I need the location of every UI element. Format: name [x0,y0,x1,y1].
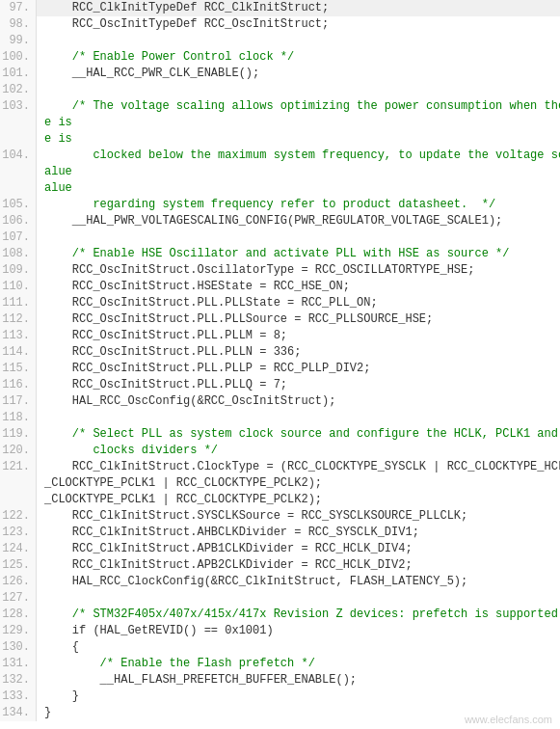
table-row: 126. HAL_RCC_ClockConfig(&RCC_ClkInitStr… [0,574,560,590]
line-number: 128. [0,607,37,623]
table-row: 100. /* Enable Power Control clock */ [0,49,560,66]
table-row: 105. regarding system frequency refer to… [0,197,560,213]
line-content: clocks dividers */ [37,443,560,459]
line-number: 129. [0,623,37,639]
line-content: regarding system frequency refer to prod… [37,197,560,213]
line-content: RCC_OscInitStruct.PLL.PLLQ = 7; [37,377,560,393]
table-row: 123. RCC_ClkInitStruct.AHBCLKDivider = R… [0,525,560,541]
watermark: www.elecfans.com [465,714,552,725]
table-row: 129. if (HAL_GetREVID() == 0x1001) [0,623,560,639]
table-row: 107. [0,230,560,246]
table-row: _CLOCKTYPE_PCLK1 | RCC_CLOCKTYPE_PCLK2); [0,475,560,492]
table-row: 103. /* The voltage scaling allows optim… [0,98,560,115]
table-row: 122. RCC_ClkInitStruct.SYSCLKSource = RC… [0,508,560,525]
line-number: 123. [0,525,37,541]
line-content: RCC_OscInitStruct.HSEState = RCC_HSE_ON; [37,279,560,295]
table-row: 99. [0,33,560,49]
line-content: RCC_ClkInitStruct.SYSCLKSource = RCC_SYS… [37,508,560,525]
table-row: 113. RCC_OscInitStruct.PLL.PLLM = 8; [0,328,560,344]
line-content: RCC_ClkInitStruct.AHBCLKDivider = RCC_SY… [37,525,560,541]
line-content: if (HAL_GetREVID() == 0x1001) [37,623,560,639]
line-number [0,475,37,492]
table-row: 106. __HAL_PWR_VOLTAGESCALING_CONFIG(PWR… [0,213,560,230]
table-row: 114. RCC_OscInitStruct.PLL.PLLN = 336; [0,344,560,361]
table-row: 127. [0,590,560,607]
table-row: 110. RCC_OscInitStruct.HSEState = RCC_HS… [0,279,560,295]
line-number: 101. [0,66,37,82]
table-row: 116. RCC_OscInitStruct.PLL.PLLQ = 7; [0,377,560,393]
line-number: 122. [0,508,37,525]
table-row: 125. RCC_ClkInitStruct.APB2CLKDivider = … [0,557,560,574]
table-row: alue [0,164,560,180]
line-number [0,164,37,180]
line-number: 124. [0,541,37,557]
line-content [37,590,560,607]
line-content: e is [37,131,560,148]
line-number: 116. [0,377,37,393]
line-content: e is [37,115,560,131]
line-content: RCC_ClkInitStruct.APB2CLKDivider = RCC_H… [37,557,560,574]
line-number: 103. [0,98,37,115]
line-number: 105. [0,197,37,213]
table-row: _CLOCKTYPE_PCLK1 | RCC_CLOCKTYPE_PCLK2); [0,492,560,508]
line-content: /* STM32F405x/407x/415x/417x Revision Z … [37,607,560,623]
table-row: 98. RCC_OscInitTypeDef RCC_OscInitStruct… [0,16,560,33]
line-number [0,131,37,148]
table-row: 104. clocked below the maximum system fr… [0,148,560,164]
line-content [37,410,560,426]
line-number: 133. [0,688,37,705]
table-row: 97. RCC_ClkInitTypeDef RCC_ClkInitStruct… [0,0,560,16]
line-number: 125. [0,557,37,574]
line-number: 130. [0,639,37,656]
line-number [0,180,37,197]
table-row: e is [0,131,560,148]
table-row: 109. RCC_OscInitStruct.OscillatorType = … [0,262,560,279]
table-row: 111. RCC_OscInitStruct.PLL.PLLState = RC… [0,295,560,311]
line-content: HAL_RCC_ClockConfig(&RCC_ClkInitStruct, … [37,574,560,590]
line-content: RCC_OscInitStruct.PLL.PLLP = RCC_PLLP_DI… [37,361,560,377]
line-content: /* Enable Power Control clock */ [37,49,560,66]
line-number: 109. [0,262,37,279]
table-row: 124. RCC_ClkInitStruct.APB1CLKDivider = … [0,541,560,557]
line-number: 134. [0,705,37,721]
table-row: 112. RCC_OscInitStruct.PLL.PLLSource = R… [0,311,560,328]
line-number: 99. [0,33,37,49]
table-row: 115. RCC_OscInitStruct.PLL.PLLP = RCC_PL… [0,361,560,377]
line-content: RCC_ClkInitStruct.APB1CLKDivider = RCC_H… [37,541,560,557]
table-row: 108. /* Enable HSE Oscillator and activa… [0,246,560,262]
line-content: /* Enable HSE Oscillator and activate PL… [37,246,560,262]
line-content: alue [37,180,560,197]
line-number: 132. [0,672,37,688]
line-content: __HAL_FLASH_PREFETCH_BUFFER_ENABLE(); [37,672,560,688]
line-number: 106. [0,213,37,230]
line-number: 97. [0,0,37,16]
line-content: { [37,639,560,656]
line-number: 104. [0,148,37,164]
table-row: 120. clocks dividers */ [0,443,560,459]
code-editor: 97. RCC_ClkInitTypeDef RCC_ClkInitStruct… [0,0,560,729]
line-content: RCC_OscInitStruct.PLL.PLLState = RCC_PLL… [37,295,560,311]
line-content [37,230,560,246]
line-number [0,115,37,131]
line-number: 110. [0,279,37,295]
table-row: 128. /* STM32F405x/407x/415x/417x Revisi… [0,607,560,623]
line-number [0,492,37,508]
line-content: _CLOCKTYPE_PCLK1 | RCC_CLOCKTYPE_PCLK2); [37,475,560,492]
table-row: 132. __HAL_FLASH_PREFETCH_BUFFER_ENABLE(… [0,672,560,688]
line-content: __HAL_RCC_PWR_CLK_ENABLE(); [37,66,560,82]
table-row: 131. /* Enable the Flash prefetch */ [0,656,560,672]
line-content: /* Enable the Flash prefetch */ [37,656,560,672]
line-number: 112. [0,311,37,328]
line-content: RCC_OscInitStruct.PLL.PLLN = 336; [37,344,560,361]
line-content: RCC_OscInitStruct.PLL.PLLM = 8; [37,328,560,344]
line-number: 127. [0,590,37,607]
line-number: 126. [0,574,37,590]
table-row: 119. /* Select PLL as system clock sourc… [0,426,560,443]
line-content: /* The voltage scaling allows optimizing… [37,98,560,115]
line-content: RCC_OscInitTypeDef RCC_OscInitStruct; [37,16,560,33]
table-row: e is [0,115,560,131]
line-number: 113. [0,328,37,344]
line-number: 117. [0,393,37,410]
line-number: 119. [0,426,37,443]
line-content: RCC_OscInitStruct.PLL.PLLSource = RCC_PL… [37,311,560,328]
